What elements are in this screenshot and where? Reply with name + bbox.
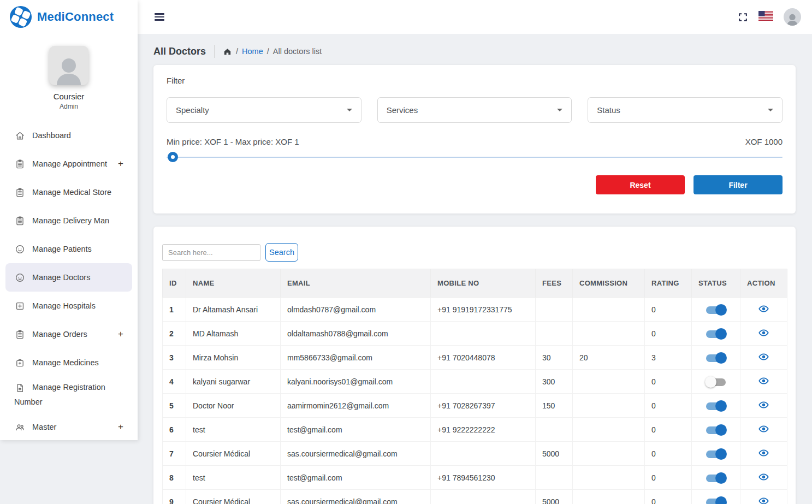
- sidebar-item-manage-doctors[interactable]: Manage Doctors: [5, 263, 132, 292]
- cell-id: 8: [163, 466, 186, 490]
- home-icon[interactable]: [223, 47, 232, 56]
- cell-fees: [536, 298, 573, 322]
- expand-plus-icon[interactable]: +: [116, 158, 126, 169]
- status-toggle[interactable]: [706, 499, 726, 504]
- cell-mobile: +91 7020448078: [431, 346, 536, 370]
- cell-commission: [573, 394, 645, 418]
- cell-name: Coursier Médical: [186, 442, 281, 466]
- slider-handle[interactable]: [168, 152, 178, 162]
- fullscreen-icon[interactable]: [738, 12, 748, 22]
- price-max-label: XOF 1000: [745, 137, 783, 146]
- cell-email: test@gmail.com: [281, 418, 431, 442]
- view-eye-icon[interactable]: [758, 497, 769, 504]
- cell-email: olmdash0787@gmail.com: [281, 298, 431, 322]
- sidebar-item-manage-appointment[interactable]: Manage Appointment+: [5, 150, 132, 178]
- table-row: 5Doctor Nooraamirmomin2612@gmail.com+91 …: [163, 394, 787, 418]
- topbar: [138, 0, 812, 34]
- column-header-rating: RATING: [645, 269, 692, 298]
- cell-mobile: +91 91919172331775: [431, 298, 536, 322]
- view-eye-icon[interactable]: [758, 473, 769, 481]
- status-toggle[interactable]: [706, 330, 726, 338]
- sidebar-item-manage-patients[interactable]: Manage Patients: [5, 235, 132, 263]
- sidebar-item-dashboard[interactable]: Dashboard: [5, 121, 132, 150]
- specialty-dropdown[interactable]: Specialty: [167, 97, 361, 123]
- cell-id: 3: [163, 346, 186, 370]
- sidebar-item-manage-medicines[interactable]: Manage Medicines: [5, 348, 132, 377]
- sidebar-item-label: Manage Medical Store: [32, 188, 111, 197]
- view-eye-icon[interactable]: [758, 377, 769, 385]
- column-header-name: NAME: [186, 269, 281, 298]
- cell-fees: 150: [536, 394, 573, 418]
- status-dropdown[interactable]: Status: [588, 97, 783, 123]
- sidebar-item-master[interactable]: Master+: [5, 413, 132, 441]
- table-row: 7Coursier Médicalsas.coursiermedical@gma…: [163, 442, 787, 466]
- status-toggle[interactable]: [706, 354, 726, 362]
- table-header-row: IDNAMEEMAILMOBILE NOFEESCOMMISSIONRATING…: [163, 269, 787, 298]
- cell-id: 9: [163, 490, 186, 504]
- search-input[interactable]: [162, 244, 260, 261]
- cell-rating: 0: [645, 322, 692, 346]
- cell-commission: [573, 418, 645, 442]
- column-header-email: EMAIL: [281, 269, 431, 298]
- sidebar-item-manage-medical-store[interactable]: Manage Medical Store: [5, 178, 132, 206]
- sidebar-nav: DashboardManage Appointment+Manage Medic…: [0, 121, 138, 441]
- sidebar-item-manage-hospitals[interactable]: Manage Hospitals: [5, 292, 132, 320]
- sidebar-item-label: Master: [32, 423, 56, 431]
- cell-action: [740, 466, 787, 490]
- us-flag-icon[interactable]: [758, 11, 773, 23]
- status-toggle[interactable]: [706, 450, 726, 458]
- sidebar-item-manage-delivery-man[interactable]: Manage Delivery Man: [5, 206, 132, 235]
- status-toggle[interactable]: [706, 426, 726, 434]
- view-eye-icon[interactable]: [758, 401, 769, 409]
- view-eye-icon[interactable]: [758, 449, 769, 457]
- status-toggle[interactable]: [706, 402, 726, 410]
- sidebar-item-label: Manage Appointment: [32, 159, 107, 168]
- cell-rating: 0: [645, 466, 692, 490]
- chevron-down-icon: [347, 109, 352, 111]
- clipboard-icon: [14, 187, 25, 198]
- services-dropdown[interactable]: Services: [377, 97, 572, 123]
- chevron-down-icon: [768, 109, 773, 111]
- cell-email: sas.coursiermedical@gmail.com: [281, 490, 431, 504]
- hamburger-menu-icon[interactable]: [155, 11, 164, 22]
- cell-action: [740, 322, 787, 346]
- view-eye-icon[interactable]: [758, 425, 769, 433]
- status-toggle[interactable]: [706, 306, 726, 314]
- cell-id: 2: [163, 322, 186, 346]
- view-eye-icon[interactable]: [758, 353, 769, 361]
- search-button[interactable]: Search: [265, 243, 298, 262]
- page-title: All Doctors: [153, 46, 206, 57]
- view-eye-icon[interactable]: [758, 329, 769, 337]
- cell-id: 6: [163, 418, 186, 442]
- sidebar-item-manage-registration-number[interactable]: Manage Registration Number: [5, 377, 132, 413]
- cell-commission: [573, 442, 645, 466]
- document-icon: [14, 382, 25, 393]
- expand-plus-icon[interactable]: +: [116, 329, 126, 340]
- status-toggle[interactable]: [706, 475, 726, 482]
- breadcrumb-separator: /: [236, 47, 238, 56]
- cell-name: test: [186, 418, 281, 442]
- view-eye-icon[interactable]: [758, 305, 769, 313]
- sidebar-item-label: Manage Doctors: [32, 273, 90, 282]
- cell-id: 5: [163, 394, 186, 418]
- sidebar-item-manage-orders[interactable]: Manage Orders+: [5, 320, 132, 348]
- cell-mobile: +91 7894561230: [431, 466, 536, 490]
- cell-email: kalyani.noorisys01@gmail.com: [281, 370, 431, 394]
- user-role: Admin: [0, 103, 138, 110]
- user-avatar[interactable]: [784, 8, 801, 26]
- clipboard-icon: [14, 158, 25, 169]
- cell-rating: 0: [645, 418, 692, 442]
- reset-button[interactable]: Reset: [596, 175, 685, 194]
- sidebar-item-label: Manage Delivery Man: [32, 216, 109, 225]
- price-slider[interactable]: [167, 152, 783, 162]
- filter-button[interactable]: Filter: [694, 175, 783, 194]
- table-row: 4kalyani sugarwarkalyani.noorisys01@gmai…: [163, 370, 787, 394]
- slider-track[interactable]: [167, 157, 783, 158]
- expand-plus-icon[interactable]: +: [116, 422, 126, 432]
- breadcrumb-home-link[interactable]: Home: [242, 47, 263, 56]
- cell-commission: [573, 322, 645, 346]
- status-toggle[interactable]: [706, 378, 726, 386]
- doctors-table-card: Search IDNAMEEMAILMOBILE NOFEESCOMMISSIO…: [153, 227, 796, 504]
- cell-action: [740, 298, 787, 322]
- cell-rating: 0: [645, 394, 692, 418]
